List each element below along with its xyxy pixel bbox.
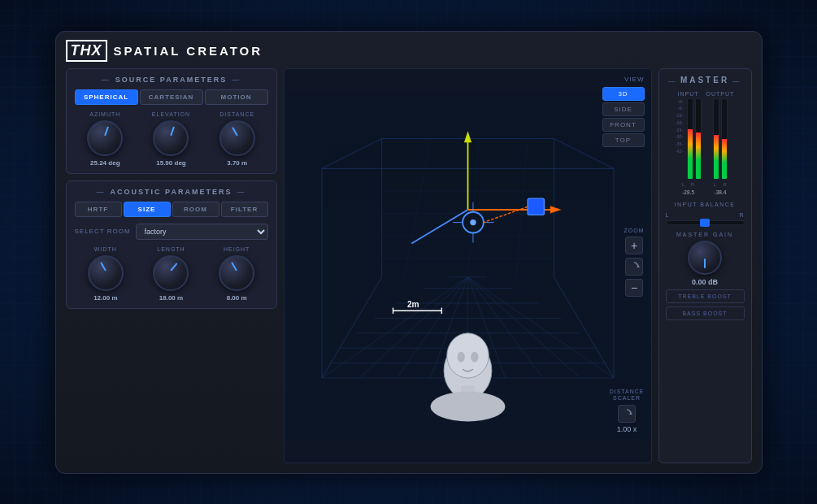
- select-room-input[interactable]: factory studio concert hall: [136, 224, 268, 240]
- distance-scaler-label: DISTANCESCALER: [610, 389, 645, 402]
- zoom-label: ZOOM: [624, 228, 645, 233]
- azimuth-knob[interactable]: [87, 120, 123, 156]
- distance-value: 3.70 m: [227, 159, 247, 167]
- view-btn-3d[interactable]: 3D: [602, 87, 645, 101]
- length-knob[interactable]: [153, 255, 189, 291]
- source-parameters-box: SOURCE PARAMETERS SPHERICAL CARTESIAN MO…: [66, 68, 277, 174]
- input-meter-r: [695, 98, 702, 180]
- width-value: 12.00 m: [93, 294, 117, 302]
- balance-row: L R: [666, 212, 745, 225]
- input-balance-section: INPUT BALANCE L R: [666, 202, 745, 227]
- distance-group: DISTANCE 3.70 m: [219, 111, 255, 167]
- input-meter-pair: -0- -6- -12- -18- -24- -30- -36- -42-: [676, 98, 702, 180]
- output-meter-group: OUTPUT L R -38: [706, 91, 735, 195]
- tab-motion[interactable]: MOTION: [205, 89, 268, 105]
- balance-thumb[interactable]: [700, 219, 710, 227]
- height-label: HEIGHT: [224, 246, 250, 252]
- zoom-plus-btn[interactable]: +: [625, 237, 643, 254]
- zoom-minus-btn[interactable]: −: [625, 279, 643, 297]
- header: THX SPATIAL CREATOR: [66, 40, 752, 62]
- output-l-label: L: [714, 182, 716, 187]
- select-row: Select Room factory studio concert hall: [75, 224, 268, 240]
- view-label: VIEW: [624, 76, 644, 83]
- svg-text:2m: 2m: [406, 299, 419, 308]
- width-knob[interactable]: [88, 255, 124, 291]
- input-meter-group: INPUT -0- -6- -12- -18- -24- -30- -36- -…: [676, 91, 702, 195]
- right-panel: MASTER INPUT -0- -6- -12- -18-: [658, 68, 752, 463]
- distance-knob[interactable]: [219, 120, 255, 156]
- svg-point-45: [470, 219, 476, 224]
- height-group: HEIGHT 8.00 m: [219, 246, 254, 302]
- svg-marker-61: [637, 265, 640, 267]
- output-peak: -38.4: [714, 189, 726, 195]
- master-gain-knob[interactable]: [688, 241, 722, 275]
- acoustic-tab-row: HRTF SIZE ROOM FILTER: [75, 202, 268, 217]
- acoustic-parameters-box: ACOUSTIC PARAMETERS HRTF SIZE ROOM FILTE…: [66, 180, 277, 309]
- view-btn-side[interactable]: SIDE: [602, 102, 645, 116]
- main-container: THX SPATIAL CREATOR SOURCE PARAMETERS SP…: [55, 31, 763, 474]
- svg-rect-43: [528, 198, 544, 215]
- height-knob[interactable]: [219, 255, 254, 291]
- bass-boost-btn[interactable]: BASS BOOST: [666, 306, 745, 320]
- tab-room[interactable]: ROOM: [172, 202, 219, 217]
- output-meter-r: [721, 98, 728, 180]
- input-meter-title: INPUT: [678, 91, 699, 97]
- balance-r-label: R: [739, 212, 744, 218]
- width-group: WIDTH 12.00 m: [88, 246, 124, 302]
- content-row: SOURCE PARAMETERS SPHERICAL CARTESIAN MO…: [66, 68, 752, 463]
- view-btn-top[interactable]: TOP: [602, 133, 645, 147]
- zoom-controls: ZOOM + −: [624, 228, 645, 297]
- input-fill-l: [688, 129, 693, 179]
- treble-boost-btn[interactable]: TREBLE BOOST: [666, 289, 745, 303]
- distance-label: DISTANCE: [219, 111, 254, 117]
- tab-spherical[interactable]: SPHERICAL: [75, 89, 138, 105]
- view-btn-front[interactable]: FRONT: [602, 118, 645, 132]
- source-parameters-title: SOURCE PARAMETERS: [75, 76, 268, 84]
- center-panel: 2m VIEW 3D SIDE FRONT TOP: [284, 68, 652, 463]
- input-balance-label: INPUT BALANCE: [666, 202, 745, 207]
- tab-cartesian[interactable]: CARTESIAN: [140, 89, 203, 105]
- source-knob-row: AZIMUTH 25.24 deg ELEVATION 15.90 deg DI…: [75, 111, 268, 167]
- width-label: WIDTH: [94, 246, 117, 252]
- master-box: MASTER INPUT -0- -6- -12- -18-: [658, 68, 752, 463]
- zoom-reset-btn[interactable]: [625, 258, 643, 276]
- acoustic-parameters-title: ACOUSTIC PARAMETERS: [75, 188, 268, 196]
- output-fill-r: [722, 139, 727, 179]
- length-group: LENGTH 18.00 m: [153, 246, 189, 302]
- svg-point-57: [457, 351, 464, 362]
- output-fill-l: [714, 135, 719, 179]
- view-controls: VIEW 3D SIDE FRONT TOP: [602, 76, 645, 147]
- acoustic-knob-row: WIDTH 12.00 m LENGTH 18.00 m HEIGHT 8.00…: [75, 246, 268, 302]
- balance-l-label: L: [666, 212, 670, 218]
- viewport-svg: 2m: [285, 69, 651, 463]
- input-r-label: R: [691, 182, 694, 187]
- height-value: 8.00 m: [227, 294, 247, 302]
- master-title: MASTER: [666, 76, 745, 85]
- meters-row: INPUT -0- -6- -12- -18- -24- -30- -36- -…: [666, 91, 745, 195]
- distance-scaler-value: 1.00 x: [617, 425, 637, 433]
- elevation-label: ELEVATION: [152, 111, 190, 117]
- output-r-label: R: [723, 182, 726, 187]
- svg-point-58: [471, 351, 478, 362]
- svg-point-60: [430, 391, 505, 421]
- tab-hrtf[interactable]: HRTF: [75, 202, 122, 217]
- distance-scaler-reset[interactable]: [618, 405, 636, 423]
- elevation-knob[interactable]: [153, 120, 189, 156]
- left-panel: SOURCE PARAMETERS SPHERICAL CARTESIAN MO…: [66, 68, 277, 463]
- balance-track[interactable]: [666, 220, 745, 225]
- tab-filter[interactable]: FILTER: [221, 202, 268, 217]
- distance-scaler: DISTANCESCALER 1.00 x: [610, 389, 645, 433]
- tab-size[interactable]: SIZE: [124, 202, 171, 217]
- app-title: SPATIAL CREATOR: [114, 44, 263, 58]
- length-value: 18.00 m: [159, 294, 183, 302]
- svg-marker-62: [629, 412, 632, 415]
- length-label: LENGTH: [157, 246, 185, 252]
- balance-label-row: L R: [666, 212, 745, 218]
- elevation-group: ELEVATION 15.90 deg: [152, 111, 190, 167]
- azimuth-group: AZIMUTH 25.24 deg: [87, 111, 123, 167]
- output-meter-pair: [713, 98, 728, 180]
- azimuth-label: AZIMUTH: [89, 111, 120, 117]
- master-gain-label: MASTER GAIN: [666, 232, 745, 237]
- azimuth-value: 25.24 deg: [90, 159, 120, 167]
- input-l-label: L: [682, 182, 684, 187]
